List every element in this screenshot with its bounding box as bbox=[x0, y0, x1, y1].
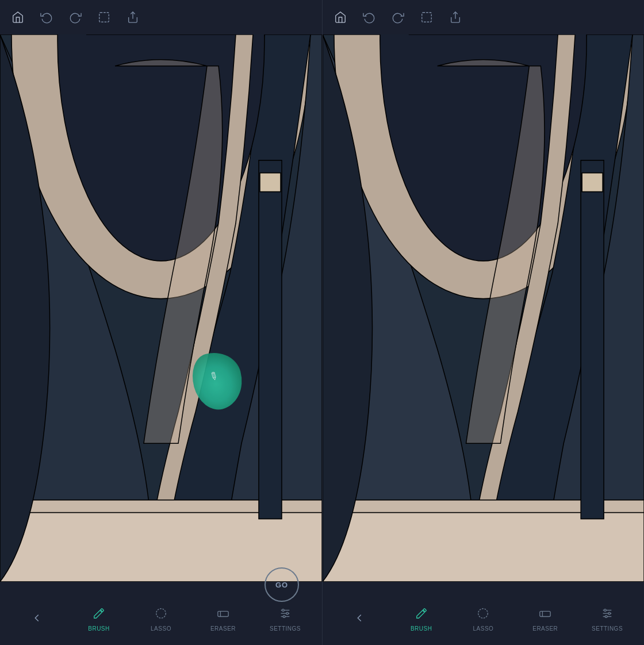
svg-point-34 bbox=[608, 612, 611, 615]
tool-back[interactable] bbox=[20, 612, 54, 627]
right-eraser-label: ERASER bbox=[532, 625, 558, 632]
svg-rect-7 bbox=[259, 160, 282, 519]
go-button-container: GO bbox=[264, 567, 299, 602]
svg-rect-26 bbox=[582, 173, 603, 192]
svg-rect-10 bbox=[218, 611, 228, 616]
svg-point-17 bbox=[283, 615, 285, 617]
svg-rect-8 bbox=[260, 173, 281, 192]
right-back-icon bbox=[353, 612, 366, 627]
settings-tool-icon bbox=[279, 607, 292, 623]
left-arch-image: ✎ bbox=[0, 34, 322, 582]
redo-icon[interactable] bbox=[69, 11, 82, 24]
left-tool-items: BRUSH LASSO bbox=[0, 599, 322, 639]
svg-rect-0 bbox=[99, 13, 109, 22]
left-bottom-toolbar: GO BRUSH bbox=[0, 582, 322, 645]
arch-svg-left bbox=[0, 34, 322, 582]
svg-rect-28 bbox=[540, 611, 550, 616]
right-tool-settings[interactable]: SETTINGS bbox=[590, 607, 624, 632]
left-toolbar bbox=[0, 0, 322, 34]
right-settings-tool-icon bbox=[601, 607, 614, 623]
home-icon[interactable] bbox=[12, 11, 24, 24]
tool-settings[interactable]: SETTINGS bbox=[268, 607, 302, 632]
right-layers-icon[interactable] bbox=[420, 11, 433, 24]
brush-cursor-icon: ✎ bbox=[206, 369, 220, 385]
go-button[interactable]: GO bbox=[264, 567, 299, 602]
left-panel: ✎ GO bbox=[0, 0, 322, 645]
app-container: ✎ GO bbox=[0, 0, 644, 645]
share-icon[interactable] bbox=[126, 11, 139, 24]
tool-brush[interactable]: BRUSH bbox=[82, 607, 116, 632]
lasso-tool-icon bbox=[155, 607, 167, 623]
right-tool-brush[interactable]: BRUSH bbox=[404, 607, 439, 632]
left-image-area[interactable]: ✎ bbox=[0, 34, 322, 582]
right-arch-image bbox=[323, 34, 644, 582]
right-undo-icon[interactable] bbox=[363, 11, 375, 24]
right-home-icon[interactable] bbox=[334, 11, 347, 24]
layers-icon[interactable] bbox=[98, 11, 110, 24]
right-tool-items: BRUSH LASSO bbox=[323, 599, 644, 639]
right-panel: BRUSH LASSO bbox=[322, 0, 644, 645]
right-settings-label: SETTINGS bbox=[592, 625, 623, 632]
brush-label: BRUSH bbox=[88, 625, 110, 632]
svg-point-35 bbox=[605, 615, 607, 617]
right-bottom-toolbar: BRUSH LASSO bbox=[323, 582, 644, 645]
right-brush-label: BRUSH bbox=[411, 625, 432, 632]
svg-point-33 bbox=[604, 609, 607, 611]
right-tool-eraser[interactable]: ERASER bbox=[528, 607, 562, 632]
svg-point-9 bbox=[156, 608, 166, 618]
brush-tool-icon bbox=[93, 607, 105, 623]
tool-lasso[interactable]: LASSO bbox=[144, 607, 178, 632]
eraser-tool-icon bbox=[217, 607, 229, 623]
right-image-area[interactable] bbox=[323, 34, 644, 582]
svg-point-15 bbox=[282, 609, 285, 611]
svg-point-16 bbox=[286, 612, 289, 615]
right-brush-tool-icon bbox=[415, 607, 428, 623]
svg-rect-25 bbox=[581, 160, 604, 519]
right-lasso-tool-icon bbox=[477, 607, 489, 623]
lasso-label: LASSO bbox=[151, 625, 171, 632]
right-tool-back[interactable] bbox=[342, 612, 377, 627]
undo-icon[interactable] bbox=[40, 11, 53, 24]
svg-rect-24 bbox=[323, 513, 644, 582]
right-toolbar bbox=[323, 0, 644, 34]
right-eraser-tool-icon bbox=[539, 607, 551, 623]
right-tool-lasso[interactable]: LASSO bbox=[466, 607, 500, 632]
right-lasso-label: LASSO bbox=[473, 625, 494, 632]
arch-svg-right bbox=[323, 34, 644, 582]
tool-eraser[interactable]: ERASER bbox=[206, 607, 240, 632]
svg-rect-18 bbox=[422, 13, 432, 22]
right-share-icon[interactable] bbox=[449, 11, 462, 24]
settings-label: SETTINGS bbox=[270, 625, 301, 632]
right-redo-icon[interactable] bbox=[392, 11, 404, 24]
svg-point-27 bbox=[478, 608, 488, 618]
back-icon bbox=[30, 612, 43, 627]
eraser-label: ERASER bbox=[210, 625, 236, 632]
